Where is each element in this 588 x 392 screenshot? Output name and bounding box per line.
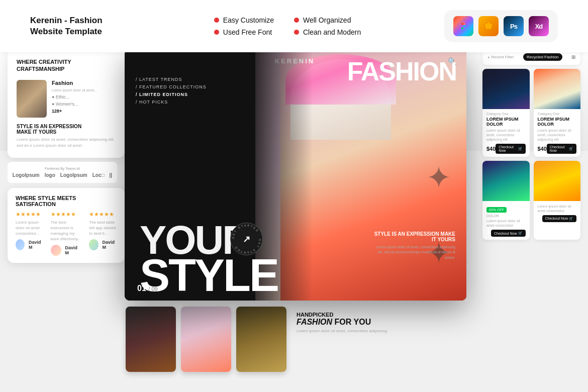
logo-1: Logolpsum	[13, 172, 40, 178]
tool-icons-group: Ps Xd	[444, 10, 558, 42]
product-info-3: 60% OFF DOLOR Lorem ipsum dolor sit amet…	[482, 201, 530, 240]
style-description: STYLE IS AN EXPRESSION MAKE IT YOURS Lor…	[370, 231, 455, 261]
review-2: ★★★★★ The best instrument is managing my…	[51, 211, 82, 256]
product-card-4: Lorem ipsum dolor sit amet consectetur C…	[534, 161, 581, 240]
product-info-4: Lorem ipsum dolor sit amet consectetur C…	[534, 201, 581, 225]
product-price-row-3: Checkout Now 🛒	[486, 230, 526, 237]
review-text-3: The best table left app started to land …	[89, 220, 117, 237]
feature-dot-1	[214, 18, 219, 23]
filter-label: ⬧ Recent Filter	[487, 55, 514, 59]
menu-item-3: / LIMITED EDITIONS	[136, 92, 207, 97]
product-card-2: Category One LOREM IPSUM DOLOR Lorem ips…	[534, 69, 581, 157]
figma-icon	[453, 16, 473, 36]
reviewer-name-2: David M	[65, 245, 82, 255]
center-mockup: ☰ KERENIN 🔍 ✦ ✦ ✦ / LATEST TRENDS / FEAT…	[125, 49, 477, 392]
cta-circle[interactable]: GET STARTED · GET STARTED · ↗	[230, 223, 263, 255]
feature-used-font: Used Free Font	[214, 28, 274, 36]
tagline-text: STYLE IS AN EXPRESSIONMAKE IT YOURS	[17, 124, 116, 135]
handpicked-label: HANDPICKED	[297, 312, 471, 318]
features-col-1: Easy Customize Used Free Font	[214, 16, 274, 36]
bottom-photos-row: HANDPICKED FASHION FOR YOU Lorem ipsum d…	[125, 307, 477, 372]
pagination: 01 / 09	[137, 284, 158, 293]
panel-card-1: Fashion Lorem ipsum dolor sit amet... ● …	[17, 80, 116, 118]
feature-dot-3	[294, 18, 299, 23]
product-desc-4: Lorem ipsum dolor sit amet consectetur	[538, 204, 577, 213]
logo-5: ||	[110, 172, 113, 178]
left-panel-creativity: WHERE CREATIVITYCRAFTSMANSHIP Fashion Lo…	[8, 49, 125, 158]
hero-text-style: STYLE	[140, 253, 278, 298]
card-badge-2: ● Women's...	[52, 102, 116, 107]
feature-dot-4	[294, 30, 299, 35]
reviews-row: ★★★★★ Lorem ipsum dolor sit amet consect…	[16, 211, 117, 256]
logos-sublabel: Preferred By Teams At	[17, 167, 108, 170]
review-text-2: The best instrument is managing my work …	[51, 220, 82, 242]
reviewer-name-3: David M	[103, 240, 117, 250]
handpicked-for: FOR YOU	[335, 318, 371, 326]
product-price-row-4: Checkout Now 🛒	[538, 215, 577, 222]
feature-well-organized: Well Organized	[294, 16, 361, 24]
checkout-btn-3[interactable]: Checkout Now 🛒	[491, 230, 526, 237]
review-1: ★★★★★ Lorem ipsum dolor sit amet consect…	[16, 211, 43, 256]
stars-1: ★★★★★	[16, 211, 43, 218]
checkout-btn-4[interactable]: Checkout Now 🛒	[542, 215, 576, 222]
logo-3: Logolpsum	[60, 172, 87, 178]
bottom-photo-1	[126, 307, 176, 372]
logo-2: logo	[45, 172, 55, 178]
checkout-btn-1[interactable]: Checkout Now 🛒	[496, 144, 525, 154]
product-card-3: 60% OFF DOLOR Lorem ipsum dolor sit amet…	[482, 161, 530, 240]
product-card-1: Category One LOREM IPSUM DOLOR Lorem ips…	[482, 69, 530, 157]
product-info-2: Category One LOREM IPSUM DOLOR Lorem ips…	[534, 109, 581, 157]
product-info-1: Category One LOREM IPSUM DOLOR Lorem ips…	[482, 109, 530, 157]
menu-item-1: / LATEST TRENDS	[136, 77, 207, 82]
hero-text-fashion: FASHION	[347, 58, 456, 84]
fashion-image-1	[17, 80, 47, 118]
checkout-btn-2[interactable]: Checkout Now 🛒	[547, 144, 576, 154]
reviewer-row-2: David M	[51, 245, 82, 256]
product-desc-2: Lorem ipsum dolor sit amet, consectetur …	[538, 128, 577, 142]
left-panels: WHERE CREATIVITYCRAFTSMANSHIP Fashion Lo…	[0, 39, 125, 392]
product-image-4	[534, 161, 581, 201]
product-name-1: LOREM IPSUM DOLOR	[486, 117, 526, 127]
product-price-row-1: $40 Checkout Now 🛒	[486, 144, 526, 154]
product-image-2	[534, 69, 581, 109]
feature-label-3: Well Organized	[303, 16, 351, 24]
handpicked-fashion-italic: FASHION	[297, 318, 332, 326]
feature-label-1: Easy Customize	[223, 16, 274, 24]
product-desc-1: Lorem ipsum dolor sit amet, consectetur …	[486, 128, 526, 142]
adobe-xd-icon: Xd	[529, 16, 549, 36]
logo-bar: Preferred By Teams At Logolpsum logo Log…	[8, 162, 117, 183]
handpicked-fashion: FASHION FOR YOU	[297, 318, 471, 327]
stars-3: ★★★★★	[89, 211, 117, 218]
product-price-2: $40	[538, 146, 547, 152]
reviewer-avatar-1	[16, 239, 25, 250]
card-count: 128+	[52, 109, 116, 114]
features-col-2: Well Organized Clean and Modern	[294, 16, 361, 36]
product-image-3	[482, 161, 530, 201]
bottom-photo-2	[181, 307, 231, 372]
product-image-1	[482, 69, 530, 109]
handpicked-desc: Lorem ipsum dolor sit amet, consectetur …	[297, 329, 471, 333]
feature-label-2: Used Free Font	[223, 28, 272, 36]
stars-2: ★★★★★	[51, 211, 82, 218]
product-desc-3: Lorem ipsum dolor sit amet consectetur	[486, 219, 526, 228]
menu-item-4: / HOT PICKS	[136, 100, 207, 105]
pagination-total: 09	[151, 286, 157, 292]
features-list: Easy Customize Used Free Font Well Organ…	[214, 16, 361, 36]
photoshop-icon: Ps	[504, 16, 524, 36]
reviewer-row-1: David M	[16, 239, 43, 250]
reviewer-name-1: David M	[29, 240, 43, 250]
filter-tag[interactable]: Recycled Fashion	[523, 53, 562, 61]
reviewer-avatar-3	[89, 239, 98, 250]
cta-arrow: ↗	[243, 234, 250, 245]
product-cat-2: Category One	[538, 112, 577, 116]
menu-item-2: / FEATURED COLLECTIONS	[136, 84, 207, 89]
sketch-icon	[478, 16, 499, 36]
reviewer-avatar-2	[51, 245, 61, 256]
reviews-headline: WHERE STYLE MEETSSATISFACTION	[16, 195, 117, 207]
bottom-photo-3	[236, 307, 286, 372]
header: Kerenin - Fashion Website Template Easy …	[0, 0, 588, 52]
logo-4: Loc□	[92, 172, 105, 178]
mockup-menu: / LATEST TRENDS / FEATURED COLLECTIONS /…	[136, 77, 207, 107]
filter-grid-icon[interactable]: ⊞	[571, 54, 575, 60]
logos-label: Preferred By Teams At Logolpsum logo Log…	[17, 167, 108, 178]
